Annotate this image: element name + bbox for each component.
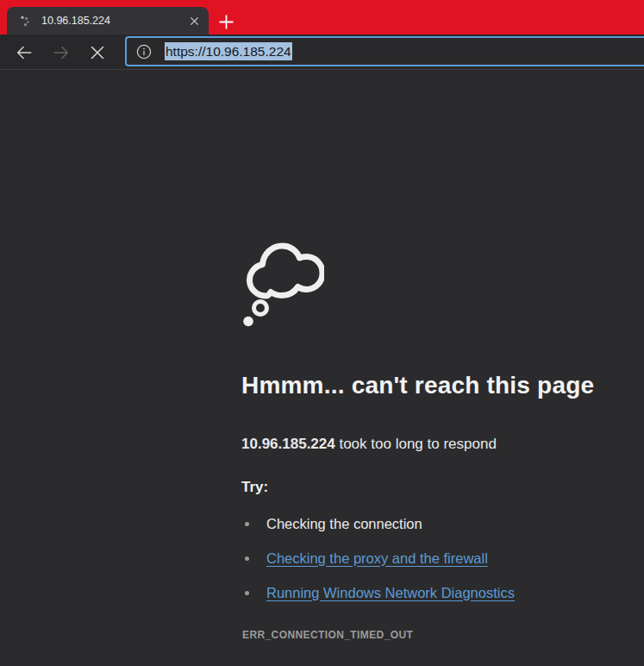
navigation-toolbar: https://10.96.185.224 [0, 35, 644, 70]
forward-arrow-icon [52, 43, 71, 62]
error-subtitle: 10.96.185.224 took too long to respond [241, 436, 612, 453]
back-arrow-icon [15, 43, 34, 62]
suggestion-item: Checking the proxy and the firewall [241, 548, 488, 569]
bullet-icon [245, 556, 249, 561]
bullet-icon [245, 522, 249, 526]
error-host: 10.96.185.224 [241, 436, 335, 452]
tab-bar: 10.96.185.224 [0, 0, 644, 35]
error-heading: Hmmm... can't reach this page [241, 372, 629, 399]
page-info-icon[interactable] [134, 42, 153, 61]
error-page: Hmmm... can't reach this page 10.96.185.… [0, 70, 644, 666]
try-label: Try: [241, 479, 268, 496]
tab-title: 10.96.185.224 [41, 15, 184, 27]
thought-bubble-icon [241, 240, 324, 329]
back-button[interactable] [12, 41, 36, 65]
error-host-message: took too long to respond [335, 436, 497, 452]
stop-button[interactable] [85, 41, 109, 65]
forward-button[interactable] [49, 41, 73, 65]
url-selected-text: https://10.96.185.224 [165, 42, 292, 60]
suggestion-item: Checking the connection [241, 513, 422, 534]
tab-10-96-185-224[interactable]: 10.96.185.224 [7, 7, 209, 35]
network-diagnostics-link[interactable]: Running Windows Network Diagnostics [266, 585, 515, 601]
loading-spinner-dots-icon [18, 14, 32, 28]
address-bar[interactable]: https://10.96.185.224 [125, 36, 644, 66]
error-code: ERR_CONNECTION_TIMED_OUT [242, 629, 413, 641]
url-input[interactable]: https://10.96.185.224 [165, 44, 292, 60]
suggestion-item: Running Windows Network Diagnostics [241, 582, 515, 603]
stop-x-icon [90, 45, 105, 60]
browser-window: { "colors": { "theme_red": "#e11322", "f… [0, 0, 644, 666]
plus-icon [218, 14, 234, 30]
bullet-icon [245, 591, 249, 595]
close-icon[interactable] [184, 11, 203, 30]
new-tab-button[interactable] [213, 9, 239, 35]
suggestion-text: Checking the connection [266, 516, 422, 532]
proxy-firewall-link[interactable]: Checking the proxy and the firewall [266, 550, 488, 567]
